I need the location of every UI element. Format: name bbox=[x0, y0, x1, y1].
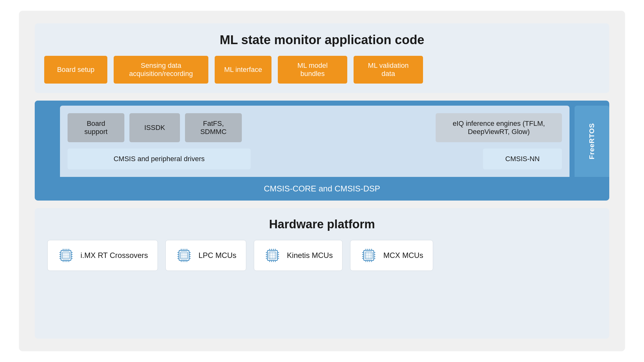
orange-boxes-row: Board setup Sensing data acquisition/rec… bbox=[44, 56, 600, 84]
hw-box-mcx: MCX MCUs bbox=[350, 240, 433, 271]
top-section: ML state monitor application code Board … bbox=[35, 23, 609, 93]
gray-box-issdk: ISSDK bbox=[129, 113, 180, 142]
orange-box-ml-model: ML model bundles bbox=[278, 56, 347, 84]
chip-icon-lpc bbox=[175, 247, 193, 264]
hw-label-lpc: LPC MCUs bbox=[199, 251, 236, 260]
freertos-label: FreeRTOS bbox=[588, 123, 596, 159]
hw-label-imx: i.MX RT Crossovers bbox=[80, 251, 148, 260]
hw-label-mcx: MCX MCUs bbox=[383, 251, 423, 260]
middle-content: Board support ISSDK FatFS, SDMMC eIQ inf… bbox=[60, 106, 569, 177]
gray-box-fatfs: FatFS, SDMMC bbox=[185, 113, 242, 142]
bottom-section: Hardware platform bbox=[35, 208, 609, 339]
chip-icon-imx bbox=[57, 247, 75, 264]
gray-box-eiq: eIQ inference engines (TFLM, DeepViewRT,… bbox=[436, 113, 562, 142]
orange-box-ml-interface: ML interface bbox=[215, 56, 271, 84]
bottom-row-boxes: CMSIS and peripheral drivers CMSIS-NN bbox=[68, 149, 562, 169]
bottom-title: Hardware platform bbox=[47, 218, 597, 231]
orange-box-ml-validation: ML validation data bbox=[354, 56, 423, 84]
top-title: ML state monitor application code bbox=[44, 33, 600, 47]
cmsis-core-bar: CMSIS-CORE and CMSIS-DSP bbox=[35, 177, 609, 201]
chip-icon-kinetis bbox=[264, 247, 281, 264]
top-row-boxes: Board support ISSDK FatFS, SDMMC eIQ inf… bbox=[68, 113, 562, 142]
hw-box-kinetis: Kinetis MCUs bbox=[254, 240, 343, 271]
hw-boxes-row: i.MX RT Crossovers bbox=[47, 240, 597, 271]
main-container: ML state monitor application code Board … bbox=[19, 11, 625, 351]
hw-box-imx: i.MX RT Crossovers bbox=[47, 240, 158, 271]
left-blue-bar bbox=[35, 101, 60, 177]
freertos-bar: FreeRTOS bbox=[575, 106, 609, 177]
orange-box-board-setup: Board setup bbox=[44, 56, 107, 84]
light-blue-box-cmsis-peripheral: CMSIS and peripheral drivers bbox=[68, 149, 251, 169]
hw-label-kinetis: Kinetis MCUs bbox=[287, 251, 333, 260]
hw-box-lpc: LPC MCUs bbox=[165, 240, 246, 271]
middle-section: Board support ISSDK FatFS, SDMMC eIQ inf… bbox=[35, 101, 609, 201]
light-blue-box-cmsis-nn: CMSIS-NN bbox=[483, 149, 562, 169]
gray-box-board-support: Board support bbox=[68, 113, 124, 142]
orange-box-sensing: Sensing data acquisition/recording bbox=[114, 56, 208, 84]
chip-icon-mcx bbox=[360, 247, 378, 264]
